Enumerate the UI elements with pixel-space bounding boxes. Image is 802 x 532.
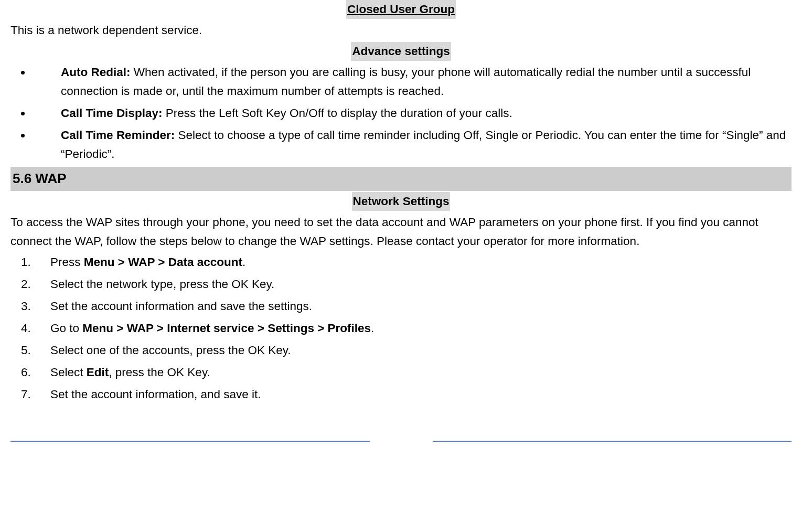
step-pre: Press	[50, 256, 84, 269]
network-settings-steps: Press Menu > WAP > Data account. Select …	[10, 253, 792, 404]
network-settings-heading-wrap: Network Settings	[10, 192, 792, 211]
step-post: .	[371, 322, 374, 335]
closed-user-group-heading-wrap: Closed User Group	[10, 0, 792, 19]
step-bold: Edit	[87, 366, 109, 379]
step-pre: Select one of the accounts, press the OK…	[50, 344, 291, 357]
step-bold: Menu > WAP > Data account	[84, 256, 242, 269]
wap-section-heading: 5.6 WAP	[10, 167, 792, 191]
network-settings-heading: Network Settings	[352, 192, 451, 211]
step-pre: Set the account information and save the…	[50, 300, 312, 313]
network-settings-intro: To access the WAP sites through your pho…	[10, 213, 792, 251]
advance-settings-heading-wrap: Advance settings	[10, 42, 792, 61]
list-item: Set the account information and save the…	[10, 297, 792, 316]
step-pre: Select the network type, press the OK Ke…	[50, 278, 274, 291]
divider-right	[433, 441, 792, 442]
item-label: Call Time Display:	[61, 107, 166, 120]
list-item: Set the account information, and save it…	[10, 385, 792, 404]
advance-settings-list: Auto Redial: When activated, if the pers…	[31, 63, 792, 164]
closed-user-group-text: This is a network dependent service.	[10, 21, 792, 40]
step-pre: Select	[50, 366, 87, 379]
step-post: .	[242, 256, 245, 269]
list-item: Call Time Display: Press the Left Soft K…	[31, 104, 792, 123]
step-pre: Go to	[50, 322, 82, 335]
list-item: Auto Redial: When activated, if the pers…	[31, 63, 792, 101]
closed-user-group-heading: Closed User Group	[346, 0, 456, 19]
list-item: Press Menu > WAP > Data account.	[10, 253, 792, 272]
list-item: Call Time Reminder: Select to choose a t…	[31, 126, 792, 164]
list-item: Select Edit, press the OK Key.	[10, 363, 792, 382]
item-label: Auto Redial:	[61, 66, 134, 79]
footer-divider	[10, 441, 792, 447]
document-page: Closed User Group This is a network depe…	[10, 0, 792, 447]
step-bold: Menu > WAP > Internet service > Settings…	[82, 322, 371, 335]
list-item: Go to Menu > WAP > Internet service > Se…	[10, 319, 792, 338]
step-post: , press the OK Key.	[109, 366, 210, 379]
step-pre: Set the account information, and save it…	[50, 388, 261, 401]
list-item: Select one of the accounts, press the OK…	[10, 341, 792, 360]
item-label: Call Time Reminder:	[61, 129, 178, 142]
item-desc: Press the Left Soft Key On/Off to displa…	[166, 107, 512, 120]
item-desc: When activated, if the person you are ca…	[61, 66, 751, 98]
list-item: Select the network type, press the OK Ke…	[10, 275, 792, 294]
advance-settings-heading: Advance settings	[351, 42, 451, 61]
divider-left	[10, 441, 370, 442]
